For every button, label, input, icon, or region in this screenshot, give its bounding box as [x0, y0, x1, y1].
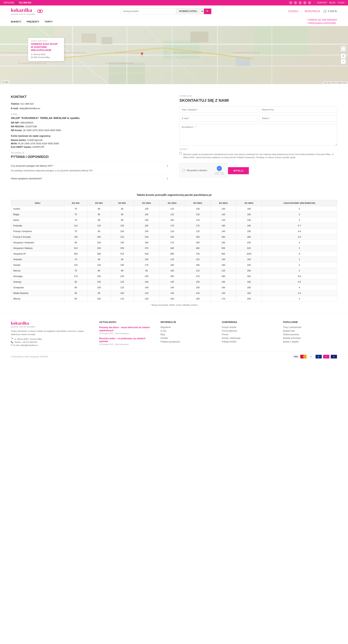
search-input[interactable] — [121, 8, 176, 14]
submit-button[interactable]: WYŚLIJ — [228, 167, 249, 174]
cell-4-8: 190 — [236, 229, 262, 234]
faq-question-1[interactable]: Czy otrzymam paragon lub fakturę VAT? ∧ — [11, 164, 168, 168]
bank-name-item: Nazwa banku: Crédit Agricole — [11, 139, 168, 142]
cell-15-6: 140 — [185, 290, 210, 296]
footer-info-link-3[interactable]: Kontakt — [160, 337, 214, 340]
swift-item: Kod SWIFT banku: AGRIPLPR — [11, 146, 168, 148]
nav-bar: BUKIETY PREZENTY TORTY POMYŚL NA TANI PR… — [0, 17, 348, 26]
footer-orders-link-2[interactable]: Pomoc — [222, 333, 276, 336]
footer-popular-link-1[interactable]: Bukiety lotto — [283, 330, 337, 332]
map-pin[interactable]: 📍 — [139, 52, 145, 57]
cell-6-6: 180 — [185, 240, 210, 246]
cell-5-1: 195 — [64, 234, 87, 240]
map-expand-btn[interactable]: ⛶ — [341, 46, 346, 51]
cell-13-8: 180 — [236, 279, 262, 285]
login-link[interactable]: ZALOGUJ — [288, 10, 298, 12]
register-link[interactable]: REJESTRACJA — [305, 10, 320, 12]
footer-info-link-4[interactable]: Polityka prywatności — [160, 340, 214, 343]
cell-7-1: 315 — [64, 246, 87, 251]
google-logo: Google — [2, 80, 9, 84]
cell-13-7: 160 — [210, 279, 236, 285]
contact-title: KONTAKT — [11, 95, 168, 99]
pinterest-icon[interactable]: p — [298, 1, 302, 4]
search-button[interactable]: 🔍 — [204, 8, 211, 14]
cell-11-1: 75 — [64, 268, 87, 274]
facebook-icon[interactable]: f — [289, 1, 292, 4]
linkedin-icon[interactable]: in — [303, 1, 306, 4]
nip-label: NR NIP: — [11, 121, 20, 124]
onas-link[interactable]: O NAS — [338, 2, 344, 4]
footer-info-link-2[interactable]: Blog — [160, 333, 214, 336]
cell-5-2: 205 — [87, 234, 110, 240]
cell-10-0: Irlandia — [11, 262, 64, 268]
footer-orders-link-4[interactable]: Polityka RODO — [222, 340, 276, 343]
nav-prezenty[interactable]: PREZENTY — [27, 20, 39, 23]
name-input[interactable] — [180, 106, 257, 113]
svg-rect-22 — [190, 32, 208, 42]
top-phone[interactable]: 511 088 823 — [19, 2, 31, 4]
col-5kg: DO 5KG — [110, 200, 134, 206]
footer-news-1-date: 29 Grudzień 2021 · Brak komentarzy — [99, 332, 153, 334]
cell-7-9: 5 — [262, 246, 337, 251]
cell-9-3: 90 — [110, 257, 134, 262]
footer-popular-link-3[interactable]: Bukiety komunijne — [283, 337, 337, 340]
blog-link[interactable]: BLOG — [329, 2, 335, 4]
twitter-icon[interactable]: 𝕏 — [294, 1, 297, 4]
cell-13-1: 85 — [64, 279, 87, 285]
nav-torty[interactable]: TORTY — [44, 20, 52, 23]
nav-tani-prezent[interactable]: POMYŚL NA TANI PREZENT — [307, 19, 337, 21]
cell-14-2: 105 — [87, 285, 110, 290]
footer-news-1-title[interactable]: Prezenty dla dzieci – nasza twórczość ku… — [99, 326, 153, 332]
email-input[interactable] — [180, 115, 257, 122]
footer-popular-link-4[interactable]: Bukiet z rafaełlo — [283, 340, 337, 343]
logo[interactable]: kokardka prezenty inne niż wszystkie — [11, 7, 35, 15]
footer-news-2-title[interactable]: Rocznica ślubu – co podarować, by uśmiec… — [99, 337, 153, 343]
message-input[interactable] — [180, 124, 337, 146]
footer-popular-link-0[interactable]: Torty z pamperśow — [283, 326, 337, 328]
cell-15-7: 150 — [210, 290, 236, 296]
company-input[interactable] — [259, 106, 337, 113]
cell-7-4: 370 — [134, 246, 159, 251]
cell-16-7: 170 — [210, 296, 236, 302]
konto-item: NR Konta: 26 1940 1076 3033 4324 0000 00… — [11, 129, 168, 132]
nav-przegladaj[interactable]: PRZEGLĄDAJ KATEGORIE — [307, 22, 337, 24]
svg-rect-7 — [254, 26, 308, 55]
map-controls: ⛶ + − — [341, 46, 346, 64]
faq-section: INFORMACJE PYTANIA I ODPOWIEDZI Czy otrz… — [11, 152, 168, 182]
cell-10-2: 135 — [87, 262, 110, 268]
footer-copy: © Kokardka.eu 2023 Realizacja: ROAN24 — [11, 356, 48, 358]
phone-input[interactable] — [259, 115, 337, 122]
consent-checkbox[interactable] — [180, 152, 182, 154]
cell-9-2: 85 — [87, 257, 110, 262]
cell-1-3: 95 — [110, 212, 134, 218]
footer-orders-link-3[interactable]: Zwroty i reklamacje — [222, 337, 276, 340]
table-header: KRAJ DO 1KG DO 2KG DO 5KG DO 10KG DO 15K… — [11, 200, 337, 206]
cell-4-3: 100 — [110, 229, 134, 234]
footer-orders-link-1[interactable]: Formy płatności — [222, 330, 276, 332]
recaptcha-checkbox[interactable] — [182, 169, 185, 172]
other-icon[interactable]: ● — [308, 1, 311, 4]
footer-orders-link-0[interactable]: Koszyk dostaw — [222, 326, 276, 328]
cell-14-3: 125 — [110, 285, 134, 290]
footer-logo-sub: prezenty inne niż wszystkie — [11, 326, 92, 328]
category-select[interactable]: WYBIERZ KATEG... — [176, 8, 204, 14]
recaptcha-area[interactable]: Nie jestem robotem rC reCAPTCHAPrivacy -… — [180, 163, 228, 177]
map-zoom-in[interactable]: + — [341, 54, 346, 58]
col-2kg: DO 2KG — [87, 200, 110, 206]
footer-popular-link-2[interactable]: Ślubne prezenty — [283, 333, 337, 336]
cell-5-0: Francja II Korsyka — [11, 234, 64, 240]
faq-question-2[interactable]: Gdzie wysyłacie zamówienie? ∨ — [11, 177, 168, 180]
col-10kg: DO 10KG — [134, 200, 159, 206]
kontakt-link[interactable]: KONTAKT — [317, 2, 327, 4]
cell-4-1: 75 — [64, 229, 87, 234]
footer-info-link-0[interactable]: Regulamin — [160, 326, 214, 328]
payment-icon-1: ▶ — [316, 355, 322, 358]
cart-area[interactable]: 🛒 0 0,00 ZŁ — [323, 9, 337, 13]
cell-15-8: 160 — [236, 290, 262, 296]
nav-bukiety[interactable]: BUKIETY — [11, 20, 21, 23]
cell-8-9: 6 — [262, 251, 337, 257]
cell-1-2: 85 — [87, 212, 110, 218]
map-zoom-out[interactable]: − — [341, 59, 346, 64]
cell-7-5: 400 — [159, 246, 185, 251]
footer-info-link-1[interactable]: O nas — [160, 330, 214, 332]
